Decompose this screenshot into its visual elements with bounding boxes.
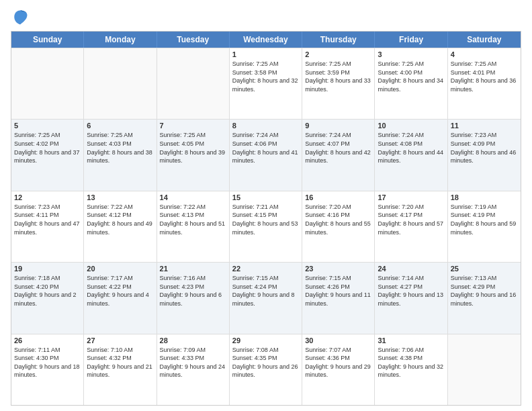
calendar-cell: 26Sunrise: 7:11 AM Sunset: 4:30 PM Dayli… xyxy=(11,334,84,405)
day-number: 2 xyxy=(305,50,371,58)
day-number: 25 xyxy=(451,265,518,273)
day-number: 8 xyxy=(232,122,299,130)
cell-info: Sunrise: 7:25 AM Sunset: 4:01 PM Dayligh… xyxy=(451,60,518,93)
day-number: 18 xyxy=(451,193,518,201)
calendar-week: 12Sunrise: 7:23 AM Sunset: 4:11 PM Dayli… xyxy=(11,191,521,262)
weekday-header: Tuesday xyxy=(157,32,230,48)
calendar-cell: 18Sunrise: 7:19 AM Sunset: 4:19 PM Dayli… xyxy=(448,191,521,262)
calendar-cell: 12Sunrise: 7:23 AM Sunset: 4:11 PM Dayli… xyxy=(11,191,84,262)
day-number: 21 xyxy=(160,265,226,273)
day-number: 26 xyxy=(14,336,81,345)
weekday-header: Wednesday xyxy=(230,32,302,48)
cell-info: Sunrise: 7:21 AM Sunset: 4:15 PM Dayligh… xyxy=(232,203,299,236)
calendar-cell: 1Sunrise: 7:25 AM Sunset: 3:58 PM Daylig… xyxy=(230,48,302,119)
day-number: 11 xyxy=(451,122,518,130)
day-number: 10 xyxy=(378,122,444,130)
calendar-cell: 2Sunrise: 7:25 AM Sunset: 3:59 PM Daylig… xyxy=(302,48,375,119)
calendar-cell: 20Sunrise: 7:17 AM Sunset: 4:22 PM Dayli… xyxy=(84,263,157,333)
cell-info: Sunrise: 7:22 AM Sunset: 4:12 PM Dayligh… xyxy=(87,203,153,236)
calendar-cell: 6Sunrise: 7:25 AM Sunset: 4:03 PM Daylig… xyxy=(84,120,157,190)
calendar-cell xyxy=(11,48,84,119)
calendar-cell: 17Sunrise: 7:20 AM Sunset: 4:17 PM Dayli… xyxy=(375,191,447,262)
cell-info: Sunrise: 7:20 AM Sunset: 4:17 PM Dayligh… xyxy=(378,203,444,236)
calendar-cell: 10Sunrise: 7:24 AM Sunset: 4:08 PM Dayli… xyxy=(375,120,447,190)
cell-info: Sunrise: 7:23 AM Sunset: 4:11 PM Dayligh… xyxy=(14,203,81,236)
cell-info: Sunrise: 7:23 AM Sunset: 4:09 PM Dayligh… xyxy=(451,131,518,165)
cell-info: Sunrise: 7:25 AM Sunset: 3:59 PM Dayligh… xyxy=(305,60,371,93)
cell-info: Sunrise: 7:08 AM Sunset: 4:35 PM Dayligh… xyxy=(232,346,299,379)
calendar-cell: 8Sunrise: 7:24 AM Sunset: 4:06 PM Daylig… xyxy=(230,120,302,190)
calendar-cell: 24Sunrise: 7:14 AM Sunset: 4:27 PM Dayli… xyxy=(375,263,447,333)
cell-info: Sunrise: 7:25 AM Sunset: 4:03 PM Dayligh… xyxy=(87,131,153,165)
day-number: 6 xyxy=(87,122,153,130)
cell-info: Sunrise: 7:13 AM Sunset: 4:29 PM Dayligh… xyxy=(451,274,518,308)
header xyxy=(11,8,521,27)
weekday-header: Thursday xyxy=(302,32,375,48)
calendar-cell: 4Sunrise: 7:25 AM Sunset: 4:01 PM Daylig… xyxy=(448,48,521,119)
day-number: 31 xyxy=(378,336,444,345)
logo-icon xyxy=(11,8,30,27)
day-number: 3 xyxy=(378,50,444,58)
cell-info: Sunrise: 7:25 AM Sunset: 3:58 PM Dayligh… xyxy=(232,60,299,93)
weekday-header: Monday xyxy=(84,32,157,48)
day-number: 23 xyxy=(305,265,371,273)
cell-info: Sunrise: 7:14 AM Sunset: 4:27 PM Dayligh… xyxy=(378,274,444,308)
calendar-cell: 3Sunrise: 7:25 AM Sunset: 4:00 PM Daylig… xyxy=(375,48,447,119)
calendar-header: SundayMondayTuesdayWednesdayThursdayFrid… xyxy=(11,32,521,48)
day-number: 13 xyxy=(87,193,153,201)
day-number: 1 xyxy=(232,50,299,58)
cell-info: Sunrise: 7:16 AM Sunset: 4:23 PM Dayligh… xyxy=(160,274,226,308)
calendar-week: 26Sunrise: 7:11 AM Sunset: 4:30 PM Dayli… xyxy=(11,334,521,405)
calendar-cell: 30Sunrise: 7:07 AM Sunset: 4:36 PM Dayli… xyxy=(302,334,375,405)
cell-info: Sunrise: 7:20 AM Sunset: 4:16 PM Dayligh… xyxy=(305,203,371,236)
logo xyxy=(11,8,32,27)
day-number: 28 xyxy=(160,336,226,345)
calendar-cell: 5Sunrise: 7:25 AM Sunset: 4:02 PM Daylig… xyxy=(11,120,84,190)
cell-info: Sunrise: 7:24 AM Sunset: 4:06 PM Dayligh… xyxy=(232,131,299,165)
calendar-cell xyxy=(157,48,230,119)
day-number: 5 xyxy=(14,122,81,130)
calendar-cell: 31Sunrise: 7:06 AM Sunset: 4:38 PM Dayli… xyxy=(375,334,447,405)
cell-info: Sunrise: 7:15 AM Sunset: 4:24 PM Dayligh… xyxy=(232,274,299,308)
calendar-cell: 25Sunrise: 7:13 AM Sunset: 4:29 PM Dayli… xyxy=(448,263,521,333)
cell-info: Sunrise: 7:25 AM Sunset: 4:02 PM Dayligh… xyxy=(14,131,81,165)
cell-info: Sunrise: 7:24 AM Sunset: 4:07 PM Dayligh… xyxy=(305,131,371,165)
weekday-header: Saturday xyxy=(448,32,521,48)
day-number: 9 xyxy=(305,122,371,130)
day-number: 20 xyxy=(87,265,153,273)
calendar-cell: 7Sunrise: 7:25 AM Sunset: 4:05 PM Daylig… xyxy=(157,120,230,190)
calendar-cell: 9Sunrise: 7:24 AM Sunset: 4:07 PM Daylig… xyxy=(302,120,375,190)
cell-info: Sunrise: 7:10 AM Sunset: 4:32 PM Dayligh… xyxy=(87,346,153,379)
day-number: 14 xyxy=(160,193,226,201)
day-number: 24 xyxy=(378,265,444,273)
day-number: 15 xyxy=(232,193,299,201)
day-number: 16 xyxy=(305,193,371,201)
calendar-cell: 27Sunrise: 7:10 AM Sunset: 4:32 PM Dayli… xyxy=(84,334,157,405)
day-number: 22 xyxy=(232,265,299,273)
calendar-cell: 16Sunrise: 7:20 AM Sunset: 4:16 PM Dayli… xyxy=(302,191,375,262)
calendar-cell: 21Sunrise: 7:16 AM Sunset: 4:23 PM Dayli… xyxy=(157,263,230,333)
calendar-cell xyxy=(84,48,157,119)
calendar-cell: 19Sunrise: 7:18 AM Sunset: 4:20 PM Dayli… xyxy=(11,263,84,333)
cell-info: Sunrise: 7:25 AM Sunset: 4:05 PM Dayligh… xyxy=(160,131,226,165)
calendar-cell: 23Sunrise: 7:15 AM Sunset: 4:26 PM Dayli… xyxy=(302,263,375,333)
cell-info: Sunrise: 7:15 AM Sunset: 4:26 PM Dayligh… xyxy=(305,274,371,308)
calendar-cell: 14Sunrise: 7:22 AM Sunset: 4:13 PM Dayli… xyxy=(157,191,230,262)
cell-info: Sunrise: 7:19 AM Sunset: 4:19 PM Dayligh… xyxy=(451,203,518,236)
day-number: 19 xyxy=(14,265,81,273)
cell-info: Sunrise: 7:18 AM Sunset: 4:20 PM Dayligh… xyxy=(14,274,81,308)
day-number: 12 xyxy=(14,193,81,201)
calendar-week: 19Sunrise: 7:18 AM Sunset: 4:20 PM Dayli… xyxy=(11,262,521,333)
cell-info: Sunrise: 7:09 AM Sunset: 4:33 PM Dayligh… xyxy=(160,346,226,379)
calendar-cell xyxy=(448,334,521,405)
cell-info: Sunrise: 7:25 AM Sunset: 4:00 PM Dayligh… xyxy=(378,60,444,93)
cell-info: Sunrise: 7:17 AM Sunset: 4:22 PM Dayligh… xyxy=(87,274,153,308)
calendar-cell: 22Sunrise: 7:15 AM Sunset: 4:24 PM Dayli… xyxy=(230,263,302,333)
calendar-week: 5Sunrise: 7:25 AM Sunset: 4:02 PM Daylig… xyxy=(11,119,521,190)
weekday-header: Sunday xyxy=(11,32,84,48)
day-number: 4 xyxy=(451,50,518,58)
day-number: 30 xyxy=(305,336,371,345)
calendar-cell: 28Sunrise: 7:09 AM Sunset: 4:33 PM Dayli… xyxy=(157,334,230,405)
calendar-body: 1Sunrise: 7:25 AM Sunset: 3:58 PM Daylig… xyxy=(11,48,521,405)
calendar-cell: 13Sunrise: 7:22 AM Sunset: 4:12 PM Dayli… xyxy=(84,191,157,262)
